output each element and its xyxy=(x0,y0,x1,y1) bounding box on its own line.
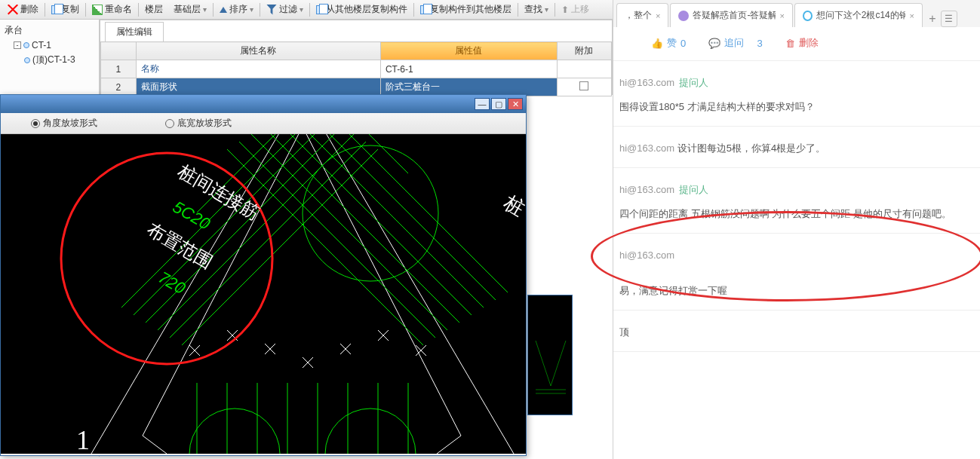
svg-line-2 xyxy=(251,134,447,330)
move-up-button[interactable]: ⬆上移 xyxy=(557,1,594,18)
delete-post-button[interactable]: 🗑删除 xyxy=(785,36,819,50)
svg-line-4 xyxy=(275,134,472,315)
property-table: 属性名称 属性值 附加 1 名称 CT-6-1 2 截面形状 阶式三桩台一 xyxy=(100,41,612,96)
comment-4: hi@163.com 易，满意记得打赏一下喔 xyxy=(613,234,980,310)
asker-tag: 提问人 xyxy=(679,184,708,195)
comment-3: hi@163.com提问人 四个间距的距离 五根钢筋没问题啊 为什么要五个间距 … xyxy=(613,168,980,234)
radio-icon xyxy=(165,119,174,128)
node-icon xyxy=(23,42,29,48)
rename-icon xyxy=(92,5,103,15)
new-tab-button[interactable]: + xyxy=(924,11,941,27)
close-icon[interactable]: × xyxy=(909,11,914,20)
thumb-up-icon: 👍 xyxy=(651,38,663,49)
comment-text: 设计图每边5根，你算4根是少了。 xyxy=(677,142,825,154)
filter-button[interactable]: 过滤 ▾ xyxy=(262,1,308,18)
asker-tag: 提问人 xyxy=(679,77,708,88)
filter-icon xyxy=(266,5,277,15)
tab-2[interactable]: 答疑解惑首页-答疑解惑-× xyxy=(670,3,792,27)
copy-icon xyxy=(420,5,428,14)
browser-tabs: ，整个× 答疑解惑首页-答疑解惑-× 想问下这个2根c14的钢筋× + ☰ xyxy=(613,0,980,27)
comment-user: hi@163.com xyxy=(619,142,674,154)
minimize-button[interactable]: ― xyxy=(475,98,490,110)
checkbox[interactable] xyxy=(579,81,588,90)
node-icon xyxy=(24,57,30,63)
comment-text: 顶 xyxy=(619,326,629,338)
copy-icon xyxy=(51,5,59,14)
col-name: 属性名称 xyxy=(136,42,380,60)
viewer-options: 角度放坡形式 底宽放坡形式 xyxy=(1,113,526,134)
favicon-icon xyxy=(803,11,813,21)
comment-1: hi@163.com提问人 围得设置180*5 才满足结构大样的要求对吗？ xyxy=(613,61,980,127)
radio-bottom-slope[interactable]: 底宽放坡形式 xyxy=(165,117,232,130)
browser-pane: ，整个× 答疑解惑首页-答疑解惑-× 想问下这个2根c14的钢筋× + ☰ 👍赞… xyxy=(613,0,980,459)
chat-icon: 💬 xyxy=(708,38,720,49)
comment-text: 易，满意记得打赏一下喔 xyxy=(619,283,974,299)
copy-button[interactable]: 复制 xyxy=(47,1,84,18)
floor-select[interactable]: 基础层 ▾ xyxy=(169,1,211,18)
viewer-titlebar[interactable]: ― ▢ ✕ xyxy=(1,95,526,113)
arrow-up-icon: ⬆ xyxy=(561,5,569,15)
favicon-icon xyxy=(678,11,689,21)
post-actions: 👍赞 0 💬追问 3 🗑删除 xyxy=(613,27,980,61)
col-value: 属性值 xyxy=(380,42,557,60)
svg-line-8 xyxy=(324,134,408,173)
svg-line-40 xyxy=(536,341,551,386)
close-button[interactable]: ✕ xyxy=(508,98,523,110)
radio-angle-slope[interactable]: 角度放坡形式 xyxy=(31,117,97,130)
label-pile: 桩 xyxy=(499,191,526,220)
copy-to-other-button[interactable]: 复制构件到其他楼层 xyxy=(416,1,516,18)
comment-user: hi@163.com xyxy=(619,77,674,88)
thumbnail-panel[interactable] xyxy=(527,295,573,415)
maximize-button[interactable]: ▢ xyxy=(491,98,506,110)
collapse-icon[interactable]: - xyxy=(14,41,21,49)
tab-3[interactable]: 想问下这个2根c14的钢筋× xyxy=(794,3,923,27)
like-button[interactable]: 👍赞 0 xyxy=(651,36,686,50)
tree-node-ct1[interactable]: -CT-1 xyxy=(2,38,97,52)
radio-icon xyxy=(31,119,40,128)
corner-number: 1 xyxy=(76,425,90,454)
sort-button[interactable]: 排序 ▾ xyxy=(215,1,258,18)
table-row[interactable]: 1 名称 CT-6-1 xyxy=(101,60,612,78)
rename-button[interactable]: 重命名 xyxy=(88,1,137,18)
comment-text: 四个间距的距离 五根钢筋没问题啊 为什么要五个间距 是他的尺寸有问题吧。 xyxy=(619,206,974,222)
svg-line-3 xyxy=(263,134,459,323)
trash-icon: 🗑 xyxy=(785,38,795,49)
tab-list-button[interactable]: ☰ xyxy=(941,11,957,27)
comment-5: 顶 xyxy=(613,311,980,352)
delete-button[interactable]: 删除 xyxy=(3,1,43,18)
svg-point-39 xyxy=(61,153,272,364)
col-extra: 附加 xyxy=(557,42,611,60)
table-row[interactable]: 2 截面形状 阶式三桩台一 xyxy=(101,78,612,96)
property-tab[interactable]: 属性编辑 xyxy=(105,22,164,41)
viewer-window: ― ▢ ✕ 角度放坡形式 底宽放坡形式 xyxy=(0,94,527,456)
comment-2: hi@163.com 设计图每边5根，你算4根是少了。 xyxy=(613,127,980,168)
label-720: 720 xyxy=(155,268,189,298)
property-panel: 属性编辑 属性名称 属性值 附加 1 名称 CT-6-1 2 截面形状 阶式三桩… xyxy=(100,20,613,95)
tree-root[interactable]: 承台 xyxy=(2,23,97,38)
copy-icon xyxy=(316,5,324,14)
tab-1[interactable]: ，整个× xyxy=(616,3,668,27)
comment-text: 围得设置180*5 才满足结构大样的要求对吗？ xyxy=(619,99,974,115)
delete-icon xyxy=(8,5,18,15)
comment-user: hi@163.com xyxy=(619,184,674,195)
find-button[interactable]: 查找 ▾ xyxy=(520,1,553,18)
tree-node-ct1-3[interactable]: (顶)CT-1-3 xyxy=(2,52,97,68)
copy-from-other-button[interactable]: 从其他楼层复制构件 xyxy=(312,1,412,18)
floor-label: 楼层 xyxy=(140,1,167,18)
svg-line-41 xyxy=(551,341,566,386)
close-icon[interactable]: × xyxy=(656,11,660,20)
follow-button[interactable]: 💬追问 3 xyxy=(708,36,762,50)
comment-user: hi@163.com xyxy=(619,247,974,264)
close-icon[interactable]: × xyxy=(779,11,784,20)
sort-icon xyxy=(220,7,227,13)
drawing-canvas[interactable]: 桩间连接筋 5C20 布置范围 720 桩 1 xyxy=(1,134,526,454)
